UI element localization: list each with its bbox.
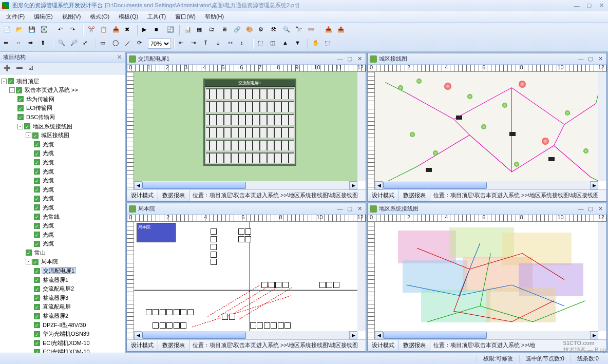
data-report-tab[interactable]: 数据报表 (158, 340, 189, 351)
child-max-icon[interactable]: ▢ (346, 55, 354, 63)
checkbox-icon[interactable] (34, 331, 40, 337)
ungroup-icon[interactable]: ◫ (269, 38, 280, 49)
tree-node-city[interactable]: 城区接线图 (40, 132, 70, 138)
vertical-scrollbar[interactable] (357, 72, 366, 181)
canvas[interactable]: 局本院 (134, 222, 366, 331)
checkbox-icon[interactable] (34, 178, 40, 184)
zoom-select[interactable]: 70% (148, 39, 171, 49)
rotate-icon[interactable]: ⟳ (136, 38, 147, 49)
find-icon[interactable]: 🔭 (294, 25, 305, 36)
tree-node[interactable]: 光缆 (42, 177, 55, 183)
menu-file[interactable]: 文件(F) (2, 12, 29, 22)
shape-line-icon[interactable]: ／ (123, 38, 135, 49)
toggle-icon[interactable]: - (17, 124, 23, 129)
tree-node[interactable]: 整流器屏1 (42, 277, 69, 283)
redo-icon[interactable]: ↷ (69, 25, 80, 36)
child-close-icon[interactable]: ✕ (596, 55, 604, 63)
child-max-icon[interactable]: ▢ (586, 205, 595, 213)
tree-node[interactable]: ECI光端机XDM-10 (42, 340, 91, 346)
tree-node-area[interactable]: 地区系统接线图 (32, 123, 73, 129)
child-min-icon[interactable]: — (577, 205, 585, 213)
tree-node-sys[interactable]: 双击本页进入系统 >> (24, 87, 79, 93)
child-min-icon[interactable]: — (336, 55, 344, 63)
align-left2-icon[interactable]: ⇤ (177, 38, 188, 49)
tree-node[interactable]: 光缆 (42, 150, 55, 156)
vertical-scrollbar[interactable] (598, 72, 606, 181)
toggle-icon[interactable]: - (26, 132, 31, 138)
toggle-icon[interactable]: - (26, 259, 31, 264)
child-close-icon[interactable]: ✕ (355, 205, 364, 213)
tree-node[interactable]: 光缆 (42, 141, 55, 147)
menu-tools[interactable]: 工具(T) (143, 12, 170, 22)
tree-node[interactable]: ECI传输网 (25, 105, 53, 111)
search-icon[interactable]: 🔍 (281, 25, 293, 36)
cut-icon[interactable]: ✂️ (86, 25, 98, 36)
tree-collapse-icon[interactable]: ➖ (14, 63, 26, 74)
canvas[interactable] (375, 222, 606, 331)
zoom-fit-icon[interactable]: ⤢ (81, 38, 92, 49)
equipment-cabinet[interactable]: 交流配电屏1 (203, 79, 296, 166)
tree-expand-icon[interactable]: ➕ (2, 63, 13, 74)
checkbox-icon[interactable] (34, 168, 40, 175)
tree-node[interactable]: 光缆 (42, 240, 55, 246)
child-close-icon[interactable]: ✕ (355, 55, 364, 63)
new-icon[interactable]: 📄 (2, 25, 13, 36)
checkbox-icon[interactable] (34, 232, 40, 238)
checkbox-icon[interactable] (17, 114, 24, 120)
import-icon[interactable]: 📥 (324, 25, 335, 36)
align-right2-icon[interactable]: ⇥ (189, 38, 201, 49)
tools-icon[interactable]: 🛠 (269, 25, 280, 36)
shape-circle-icon[interactable]: ◯ (111, 38, 122, 49)
checkbox-icon[interactable] (34, 349, 40, 353)
checkbox-icon[interactable] (34, 295, 40, 301)
chart-icon[interactable]: 📊 (183, 25, 194, 36)
menu-template[interactable]: 模板(Q) (115, 12, 142, 22)
distribute-v-icon[interactable]: ↕ (239, 38, 250, 49)
tree-close-icon[interactable]: ✕ (117, 54, 122, 61)
checkbox-icon[interactable] (34, 286, 40, 292)
checkbox-icon[interactable] (34, 340, 40, 346)
design-mode-tab[interactable]: 设计模式 (127, 340, 158, 351)
menu-help[interactable]: 帮助(H) (201, 12, 228, 22)
menu-window[interactable]: 窗口(W) (171, 12, 200, 22)
zoom-out-icon[interactable]: 🔎 (69, 38, 80, 49)
toggle-icon[interactable]: - (9, 87, 15, 93)
minimize-button[interactable]: — (572, 2, 581, 9)
canvas[interactable]: 交流配电屏1 (134, 72, 366, 181)
child-max-icon[interactable]: ▢ (346, 205, 354, 213)
checkbox-icon[interactable] (32, 132, 39, 139)
tree-node[interactable]: 华为光端机OSN39 (42, 331, 90, 337)
open-icon[interactable]: 📂 (14, 25, 26, 36)
pan-icon[interactable]: ✋ (311, 38, 322, 49)
design-mode-tab[interactable]: 设计模式 (368, 340, 399, 351)
child-max-icon[interactable]: ▢ (586, 55, 595, 63)
align-center-icon[interactable]: ↔ (14, 38, 26, 49)
canvas[interactable] (375, 72, 606, 181)
tree-check-icon[interactable]: ☑ (27, 63, 38, 74)
checkbox-icon[interactable] (8, 78, 14, 84)
save-all-icon[interactable]: 💽 (39, 25, 50, 36)
tree-node[interactable]: 光缆 (42, 204, 55, 210)
horizontal-scrollbar[interactable]: ◀▶ (375, 181, 598, 189)
checkbox-icon[interactable] (26, 250, 32, 256)
back-icon[interactable]: ▼ (293, 38, 305, 49)
checkbox-icon[interactable] (34, 223, 40, 229)
vertical-scrollbar[interactable] (598, 222, 606, 331)
tree-node[interactable]: 常山 (33, 250, 47, 256)
tree-node[interactable]: 光常线 (42, 214, 61, 220)
checkbox-icon[interactable] (34, 322, 40, 328)
shape-rect-icon[interactable]: ▭ (99, 38, 110, 49)
tree-node[interactable]: 交流配电屏2 (42, 285, 75, 292)
align-left-icon[interactable]: ⬅ (2, 38, 13, 49)
align-bottom-icon[interactable]: ⤓ (214, 38, 225, 49)
checkbox-icon[interactable] (34, 186, 40, 193)
tree-node-jby[interactable]: 局本院 (40, 258, 59, 264)
menu-edit[interactable]: 编辑(E) (30, 12, 57, 22)
distribute-h-icon[interactable]: ⇿ (226, 38, 238, 49)
group-icon[interactable]: ⬚ (256, 38, 268, 49)
tree-node[interactable]: 直流配电屏 (42, 303, 72, 310)
horizontal-scrollbar[interactable]: ◀▶ (134, 181, 357, 189)
tree-node[interactable]: 光缆 (42, 195, 55, 201)
data-report-tab[interactable]: 数据报表 (158, 190, 189, 201)
tree-node[interactable]: 光缆 (42, 159, 55, 165)
